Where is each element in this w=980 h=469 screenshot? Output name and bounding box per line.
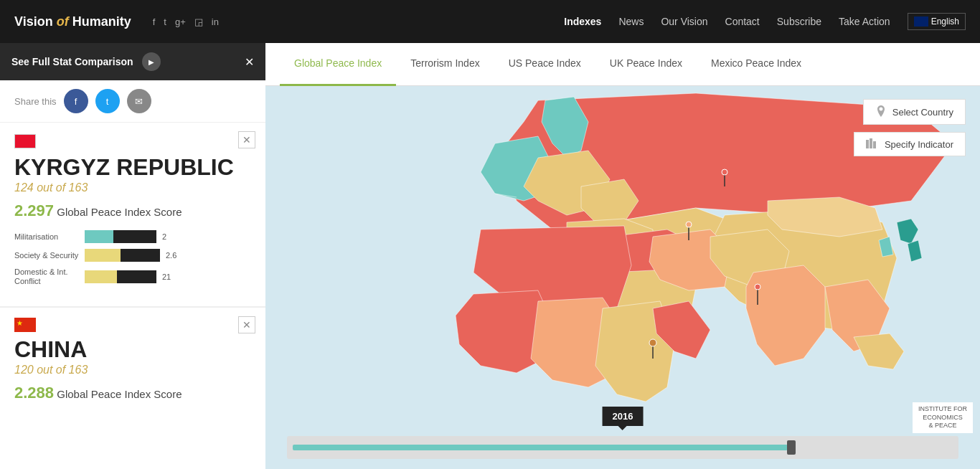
tab-mexico-peace-index[interactable]: Mexico Peace Index bbox=[697, 43, 816, 86]
timeline-slider[interactable] bbox=[287, 436, 958, 459]
specify-indicator-button[interactable]: Specify Indicator bbox=[854, 132, 966, 156]
timeline-fill bbox=[293, 445, 788, 450]
svg-rect-9 bbox=[866, 140, 869, 148]
china-country-name: CHINA bbox=[14, 338, 251, 361]
main-nav: Indexes News Our Vision Contact Subscrib… bbox=[564, 13, 966, 30]
nav-take-action[interactable]: Take Action bbox=[839, 16, 890, 27]
location-pin-icon bbox=[875, 105, 887, 118]
year-badge: 2016 bbox=[603, 407, 644, 426]
select-country-button[interactable]: Select Country bbox=[863, 99, 966, 125]
uk-flag-icon bbox=[914, 16, 928, 27]
society-security-row: Society & Security 2.6 bbox=[14, 249, 251, 262]
militarisation-black-fill bbox=[113, 230, 156, 243]
tab-global-peace-index[interactable]: Global Peace Index bbox=[280, 43, 396, 86]
language-button[interactable]: English bbox=[908, 13, 966, 30]
kyrgyz-card: ✕ KYRGYZ REPUBLIC 124 out of 163 2.297 G… bbox=[0, 123, 265, 308]
nav-our-vision[interactable]: Our Vision bbox=[661, 16, 707, 27]
sidebar-header-label: See Full Stat Comparison bbox=[11, 56, 133, 67]
militarisation-label: Militarisation bbox=[14, 232, 79, 241]
domestic-conflict-label: Domestic & Int.Conflict bbox=[14, 267, 79, 286]
play-button[interactable]: ▶ bbox=[142, 52, 161, 71]
share-section: Share this f t ✉ bbox=[0, 80, 265, 123]
iep-line1: INSTITUTE FOR bbox=[918, 405, 967, 414]
nav-contact[interactable]: Contact bbox=[725, 16, 760, 27]
militarisation-bar: 2 bbox=[85, 230, 166, 243]
kyrgyz-rank: 124 out of 163 bbox=[14, 181, 251, 194]
china-gpi-score: 2.288 Global Peace Index Score bbox=[14, 384, 251, 402]
china-rank: 120 out of 163 bbox=[14, 364, 251, 376]
nav-indexes[interactable]: Indexes bbox=[564, 16, 601, 27]
society-security-value: 2.6 bbox=[166, 251, 176, 260]
gplus-link[interactable]: g+ bbox=[175, 16, 186, 27]
map-area: Global Peace Index Terrorism Index US Pe… bbox=[265, 43, 980, 469]
timeline-handle[interactable] bbox=[787, 440, 796, 455]
domestic-conflict-bar: 21 bbox=[85, 270, 171, 283]
china-score-value: 2.288 bbox=[14, 384, 54, 402]
brand-italic: of bbox=[57, 14, 69, 29]
svg-point-8 bbox=[649, 339, 656, 346]
kyrgyz-country-name: KYRGYZ REPUBLIC bbox=[14, 156, 251, 179]
iep-logo: INSTITUTE FOR ECONOMICS & PEACE bbox=[913, 402, 973, 433]
social-links: f t g+ ◲ in bbox=[153, 16, 219, 27]
instagram-link[interactable]: ◲ bbox=[194, 16, 203, 27]
china-flag bbox=[14, 318, 36, 332]
nav-subscribe[interactable]: Subscribe bbox=[777, 16, 821, 27]
iep-line2: ECONOMICS bbox=[918, 414, 967, 422]
china-card: ✕ CHINA 120 out of 163 2.288 Global Peac… bbox=[0, 308, 265, 422]
specify-indicator-label: Specify Indicator bbox=[885, 139, 953, 150]
domestic-conflict-value: 21 bbox=[162, 273, 171, 281]
linkedin-link[interactable]: in bbox=[212, 16, 219, 27]
svg-point-2 bbox=[755, 284, 760, 290]
navbar: Vision of Humanity f t g+ ◲ in Indexes N… bbox=[0, 0, 980, 43]
map-container[interactable]: 2016 Select Country Specify bbox=[265, 86, 980, 469]
share-facebook-button[interactable]: f bbox=[64, 89, 88, 113]
brand-logo: Vision of Humanity bbox=[14, 14, 131, 29]
kyrgyz-gpi-score: 2.297 Global Peace Index Score bbox=[14, 202, 251, 220]
tab-terrorism-index[interactable]: Terrorism Index bbox=[396, 43, 494, 86]
kyrgyz-score-value: 2.297 bbox=[14, 202, 54, 219]
society-security-bar: 2.6 bbox=[85, 249, 176, 262]
share-twitter-button[interactable]: t bbox=[95, 89, 120, 113]
militarisation-value: 2 bbox=[162, 232, 166, 241]
tab-uk-peace-index[interactable]: UK Peace Index bbox=[595, 43, 697, 86]
facebook-link[interactable]: f bbox=[153, 16, 156, 27]
militarisation-row: Militarisation 2 bbox=[14, 230, 251, 243]
lang-label: English bbox=[931, 16, 959, 27]
domestic-conflict-black-fill bbox=[117, 270, 156, 283]
society-security-yellow-fill bbox=[85, 249, 121, 262]
sidebar-header: See Full Stat Comparison ▶ ✕ bbox=[0, 43, 265, 80]
svg-point-4 bbox=[686, 222, 692, 227]
share-email-button[interactable]: ✉ bbox=[127, 89, 151, 113]
indicator-icon bbox=[866, 138, 879, 150]
society-security-label: Society & Security bbox=[14, 251, 79, 260]
main-layout: See Full Stat Comparison ▶ ✕ Share this … bbox=[0, 43, 980, 469]
iep-line3: & PEACE bbox=[918, 422, 967, 430]
kyrgyz-card-close-button[interactable]: ✕ bbox=[238, 131, 255, 148]
sidebar-close-button[interactable]: ✕ bbox=[245, 55, 254, 69]
china-card-close-button[interactable]: ✕ bbox=[238, 316, 255, 333]
society-security-black-fill bbox=[121, 249, 160, 262]
nav-news[interactable]: News bbox=[618, 16, 644, 27]
kyrgyz-score-label: Global Peace Index Score bbox=[57, 206, 182, 218]
index-tabs: Global Peace Index Terrorism Index US Pe… bbox=[265, 43, 980, 86]
china-score-label: Global Peace Index Score bbox=[57, 388, 182, 400]
select-country-label: Select Country bbox=[892, 107, 953, 118]
kyrgyz-flag bbox=[14, 134, 36, 148]
sidebar: See Full Stat Comparison ▶ ✕ Share this … bbox=[0, 43, 265, 469]
tab-us-peace-index[interactable]: US Peace Index bbox=[494, 43, 595, 86]
svg-rect-10 bbox=[870, 138, 872, 148]
twitter-link[interactable]: t bbox=[164, 16, 166, 27]
svg-point-6 bbox=[722, 169, 727, 175]
domestic-conflict-row: Domestic & Int.Conflict 21 bbox=[14, 267, 251, 286]
domestic-conflict-yellow-fill bbox=[85, 270, 117, 283]
share-label: Share this bbox=[14, 96, 57, 107]
svg-rect-11 bbox=[873, 141, 876, 148]
militarisation-teal-fill bbox=[85, 230, 113, 243]
